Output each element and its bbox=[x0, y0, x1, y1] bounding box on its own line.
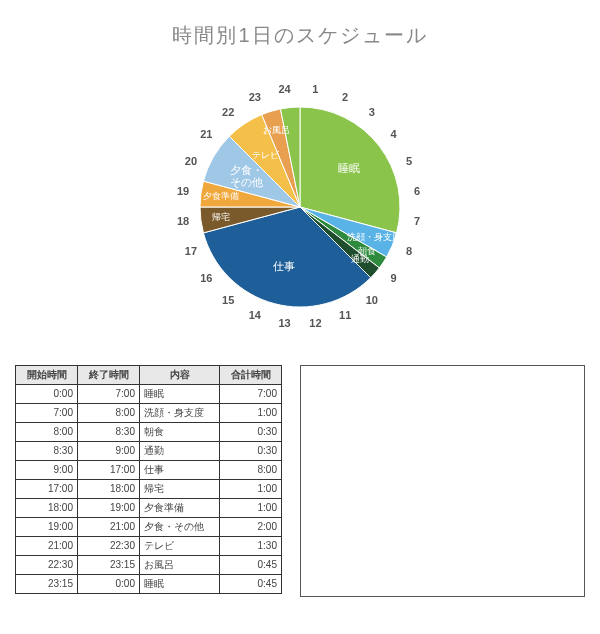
cell-activity: 夕食・その他 bbox=[140, 518, 220, 537]
hour-label: 3 bbox=[369, 106, 375, 118]
cell-start: 22:30 bbox=[16, 556, 78, 575]
cell-activity: 帰宅 bbox=[140, 480, 220, 499]
cell-end: 8:30 bbox=[78, 423, 140, 442]
slice-label: 帰宅 bbox=[212, 212, 230, 222]
table-row: 23:150:00睡眠0:45 bbox=[16, 575, 282, 594]
cell-end: 8:00 bbox=[78, 404, 140, 423]
cell-end: 9:00 bbox=[78, 442, 140, 461]
hour-label: 14 bbox=[249, 309, 262, 321]
cell-end: 22:30 bbox=[78, 537, 140, 556]
hour-label: 1 bbox=[312, 83, 318, 95]
cell-duration: 0:45 bbox=[220, 575, 282, 594]
hour-label: 2 bbox=[342, 91, 348, 103]
hour-label: 5 bbox=[406, 155, 412, 167]
cell-end: 18:00 bbox=[78, 480, 140, 499]
hour-label: 11 bbox=[339, 309, 351, 321]
hour-label: 15 bbox=[222, 294, 234, 306]
table-row: 21:0022:30テレビ1:30 bbox=[16, 537, 282, 556]
cell-duration: 2:00 bbox=[220, 518, 282, 537]
cell-duration: 1:30 bbox=[220, 537, 282, 556]
table-row: 0:007:00睡眠7:00 bbox=[16, 385, 282, 404]
table-row: 8:309:00通勤0:30 bbox=[16, 442, 282, 461]
table-row: 9:0017:00仕事8:00 bbox=[16, 461, 282, 480]
hour-label: 13 bbox=[278, 317, 290, 329]
cell-duration: 8:00 bbox=[220, 461, 282, 480]
schedule-table: 開始時間 終了時間 内容 合計時間 0:007:00睡眠7:007:008:00… bbox=[15, 365, 282, 594]
cell-activity: 朝食 bbox=[140, 423, 220, 442]
cell-activity: 睡眠 bbox=[140, 385, 220, 404]
cell-start: 19:00 bbox=[16, 518, 78, 537]
cell-duration: 0:30 bbox=[220, 423, 282, 442]
table-row: 8:008:30朝食0:30 bbox=[16, 423, 282, 442]
cell-start: 17:00 bbox=[16, 480, 78, 499]
hour-label: 10 bbox=[366, 294, 378, 306]
table-row: 17:0018:00帰宅1:00 bbox=[16, 480, 282, 499]
th-end: 終了時間 bbox=[78, 366, 140, 385]
th-start: 開始時間 bbox=[16, 366, 78, 385]
cell-end: 7:00 bbox=[78, 385, 140, 404]
slice-label: テレビ bbox=[252, 150, 280, 160]
hour-label: 16 bbox=[200, 272, 212, 284]
cell-activity: テレビ bbox=[140, 537, 220, 556]
slice-label: お風呂 bbox=[263, 125, 290, 135]
cell-activity: 洗顔・身支度 bbox=[140, 404, 220, 423]
slice-label: 通勤 bbox=[351, 254, 369, 264]
cell-activity: 夕食準備 bbox=[140, 499, 220, 518]
slice-label: 洗顔・身支度 bbox=[347, 232, 401, 242]
hour-label: 9 bbox=[391, 272, 397, 284]
bottom-row: 開始時間 終了時間 内容 合計時間 0:007:00睡眠7:007:008:00… bbox=[15, 365, 585, 597]
hour-label: 23 bbox=[249, 91, 261, 103]
cell-duration: 1:00 bbox=[220, 404, 282, 423]
hour-label: 22 bbox=[222, 106, 234, 118]
cell-end: 0:00 bbox=[78, 575, 140, 594]
cell-start: 23:15 bbox=[16, 575, 78, 594]
cell-start: 0:00 bbox=[16, 385, 78, 404]
hour-label: 21 bbox=[200, 128, 212, 140]
cell-end: 21:00 bbox=[78, 518, 140, 537]
cell-activity: 睡眠 bbox=[140, 575, 220, 594]
hour-label: 12 bbox=[309, 317, 321, 329]
th-dur: 合計時間 bbox=[220, 366, 282, 385]
hour-label: 20 bbox=[185, 155, 197, 167]
cell-start: 7:00 bbox=[16, 404, 78, 423]
cell-duration: 0:30 bbox=[220, 442, 282, 461]
cell-duration: 7:00 bbox=[220, 385, 282, 404]
hour-label: 19 bbox=[177, 185, 189, 197]
cell-start: 9:00 bbox=[16, 461, 78, 480]
slice-label: 夕食・その他 bbox=[230, 163, 263, 187]
table-row: 7:008:00洗顔・身支度1:00 bbox=[16, 404, 282, 423]
slice-label: 夕食準備 bbox=[203, 191, 239, 201]
cell-end: 19:00 bbox=[78, 499, 140, 518]
page-title: 時間別1日のスケジュール bbox=[15, 22, 585, 49]
hour-label: 7 bbox=[414, 215, 420, 227]
cell-activity: 通勤 bbox=[140, 442, 220, 461]
slice-label: 仕事 bbox=[273, 260, 295, 272]
cell-activity: お風呂 bbox=[140, 556, 220, 575]
pie-chart: 睡眠洗顔・身支度朝食通勤仕事帰宅夕食準備夕食・その他テレビお風呂12345678… bbox=[120, 67, 480, 347]
cell-start: 8:30 bbox=[16, 442, 78, 461]
cell-duration: 1:00 bbox=[220, 480, 282, 499]
cell-start: 18:00 bbox=[16, 499, 78, 518]
cell-start: 21:00 bbox=[16, 537, 78, 556]
cell-end: 23:15 bbox=[78, 556, 140, 575]
hour-label: 6 bbox=[414, 185, 420, 197]
th-act: 内容 bbox=[140, 366, 220, 385]
hour-label: 24 bbox=[278, 83, 291, 95]
table-row: 22:3023:15お風呂0:45 bbox=[16, 556, 282, 575]
table-row: 19:0021:00夕食・その他2:00 bbox=[16, 518, 282, 537]
side-empty-box bbox=[300, 365, 585, 597]
cell-duration: 0:45 bbox=[220, 556, 282, 575]
cell-activity: 仕事 bbox=[140, 461, 220, 480]
cell-duration: 1:00 bbox=[220, 499, 282, 518]
hour-label: 4 bbox=[391, 128, 398, 140]
cell-end: 17:00 bbox=[78, 461, 140, 480]
page: 時間別1日のスケジュール 睡眠洗顔・身支度朝食通勤仕事帰宅夕食準備夕食・その他テ… bbox=[0, 0, 600, 607]
hour-label: 18 bbox=[177, 215, 189, 227]
hour-label: 17 bbox=[185, 245, 197, 257]
table-header-row: 開始時間 終了時間 内容 合計時間 bbox=[16, 366, 282, 385]
cell-start: 8:00 bbox=[16, 423, 78, 442]
table-row: 18:0019:00夕食準備1:00 bbox=[16, 499, 282, 518]
hour-label: 8 bbox=[406, 245, 412, 257]
slice-label: 睡眠 bbox=[338, 162, 360, 174]
